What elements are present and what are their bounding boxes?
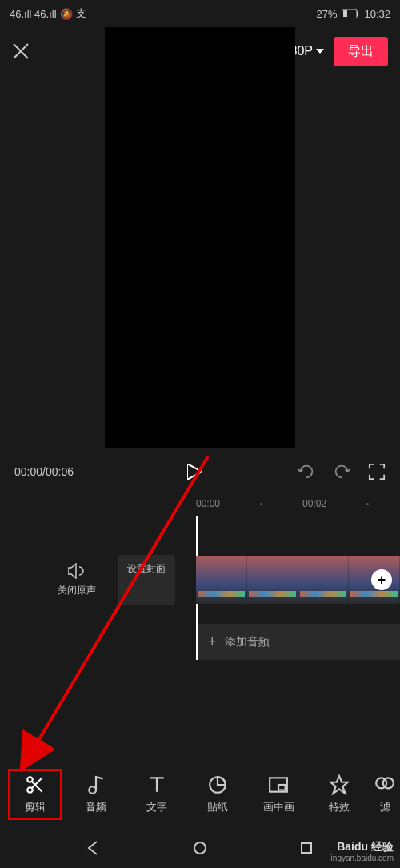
filter-icon: [374, 774, 395, 795]
recent-button[interactable]: [298, 840, 314, 856]
speaker-icon: [68, 563, 86, 579]
status-right: 27% 10:32: [316, 8, 390, 20]
ruler-time-0: 00:00: [196, 498, 220, 509]
svg-rect-1: [343, 10, 347, 17]
text-icon: [146, 774, 167, 795]
battery-icon: [342, 9, 359, 18]
watermark-url: jingyan.baidu.com: [329, 854, 394, 863]
tool-label: 音频: [86, 800, 106, 814]
svg-rect-2: [357, 11, 358, 16]
back-button[interactable]: [86, 840, 102, 856]
tool-text[interactable]: 文字: [130, 774, 184, 814]
timeline-ruler[interactable]: 00:00 00:02: [0, 492, 400, 516]
clip-thumbnail: [247, 556, 298, 604]
chevron-down-icon: [316, 49, 324, 54]
music-icon: [86, 774, 106, 795]
sticker-icon: [207, 774, 228, 795]
play-icon: [187, 464, 202, 480]
export-label: 导出: [348, 44, 374, 58]
bottom-toolbar: 剪辑 音频 文字 贴纸 画中画 特效 滤: [0, 764, 400, 824]
playback-controls: [298, 463, 386, 480]
close-button[interactable]: [12, 42, 44, 60]
tool-label: 滤: [380, 800, 390, 814]
tool-label: 贴纸: [207, 800, 228, 814]
svg-point-6: [89, 786, 96, 794]
add-audio-button[interactable]: + 添加音频: [196, 624, 400, 660]
watermark-logo: Baidu 经验: [329, 840, 394, 854]
home-button[interactable]: [192, 840, 208, 856]
tool-label: 文字: [146, 800, 167, 814]
cover-label: 设置封面: [127, 563, 166, 576]
fullscreen-button[interactable]: [368, 463, 386, 480]
add-audio-label: 添加音频: [225, 635, 270, 649]
video-track: 关闭原声 设置封面 +: [0, 548, 400, 612]
mute-button[interactable]: 关闭原声: [48, 555, 106, 605]
tool-effects[interactable]: 特效: [312, 774, 366, 814]
track-controls: 关闭原声 设置封面: [0, 555, 196, 605]
pip-icon: [268, 774, 289, 795]
playback-bar: 00:00/00:06: [0, 452, 400, 492]
network-icon: 46.ıll 46.ıll: [10, 8, 57, 20]
export-button[interactable]: 导出: [334, 37, 388, 66]
video-preview[interactable]: [0, 75, 400, 452]
play-button[interactable]: [100, 464, 288, 480]
close-icon: [12, 42, 30, 60]
tool-edit[interactable]: 剪辑: [8, 769, 62, 820]
video-frame: [105, 27, 295, 448]
mute-label: 关闭原声: [58, 584, 96, 597]
svg-point-12: [194, 842, 206, 854]
timeline: 关闭原声 设置封面 + + 添加音频: [0, 548, 400, 716]
clip-thumbnail: [196, 556, 247, 604]
tool-audio[interactable]: 音频: [69, 774, 123, 814]
star-icon: [329, 774, 350, 795]
pay-icon: 支: [76, 6, 86, 21]
tool-sticker[interactable]: 贴纸: [190, 774, 245, 814]
svg-rect-9: [278, 785, 286, 790]
tool-filter[interactable]: 滤: [373, 774, 397, 814]
tool-label: 画中画: [263, 800, 294, 814]
cover-button[interactable]: 设置封面: [118, 555, 175, 605]
video-clip[interactable]: +: [196, 556, 400, 604]
tool-label: 特效: [329, 800, 350, 814]
ruler-dot: [366, 503, 369, 505]
status-bar: 46.ıll 46.ıll 🔕 支 27% 10:32: [0, 0, 400, 27]
undo-button[interactable]: [298, 463, 315, 480]
plus-icon: +: [208, 633, 217, 650]
time-display: 00:00/00:06: [14, 465, 90, 478]
svg-point-11: [383, 778, 394, 788]
redo-button[interactable]: [333, 463, 350, 480]
ruler-dot: [260, 503, 262, 505]
clip-thumbnail: [298, 556, 350, 604]
battery-text: 27%: [316, 8, 337, 20]
add-clip-button[interactable]: +: [371, 569, 392, 590]
watermark: Baidu 经验 jingyan.baidu.com: [329, 840, 394, 863]
status-left: 46.ıll 46.ıll 🔕 支: [10, 6, 86, 21]
ruler-time-1: 00:02: [302, 498, 326, 509]
scissors-icon: [25, 774, 46, 795]
time-text: 10:32: [364, 8, 390, 20]
svg-rect-13: [302, 843, 311, 853]
tool-pip[interactable]: 画中画: [251, 774, 306, 814]
tool-label: 剪辑: [25, 800, 46, 814]
silent-icon: 🔕: [60, 8, 73, 20]
